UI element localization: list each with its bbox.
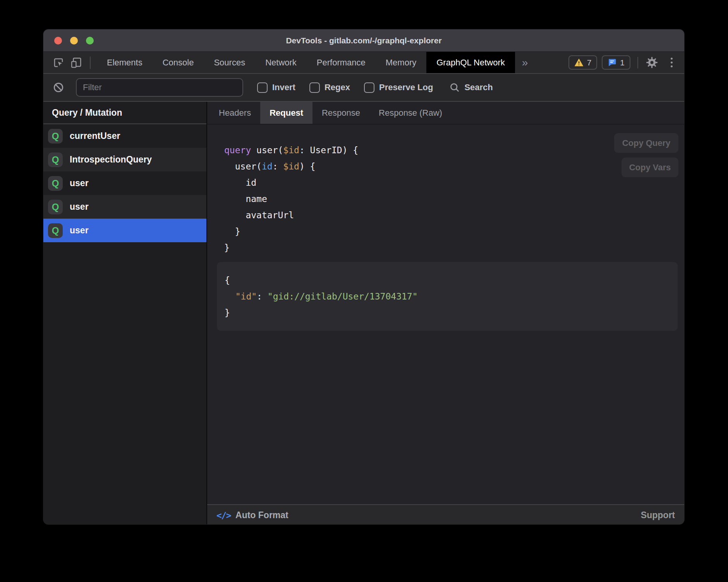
toolbar-right-group: 7 1	[568, 52, 684, 73]
zoom-window-button[interactable]	[86, 37, 94, 45]
query-list-item[interactable]: Q user	[43, 171, 206, 195]
filter-checkboxes: Invert Regex Preserve Log	[243, 82, 433, 93]
query-list-item[interactable]: Q user	[43, 195, 206, 219]
toolbar-separator	[90, 56, 91, 69]
query-name: IntrospectionQuery	[70, 154, 152, 165]
detail-tab[interactable]: Response	[312, 102, 369, 124]
query-list-item[interactable]: Q currentUser	[43, 124, 206, 148]
filter-checkbox[interactable]: Preserve Log	[364, 82, 433, 93]
request-detail-panel: HeadersRequestResponseResponse (Raw) × q…	[207, 102, 684, 524]
query-type-badge: Q	[48, 129, 63, 144]
detail-tab-bar: HeadersRequestResponseResponse (Raw)	[207, 102, 684, 125]
messages-icon	[608, 58, 616, 67]
request-tab-content: query user($id: UserID) { user(id: $id) …	[207, 125, 684, 504]
detail-tab[interactable]: Headers	[209, 102, 260, 124]
query-list: Q currentUser Q IntrospectionQuery Q use…	[43, 124, 206, 242]
auto-format-label: Auto Format	[235, 510, 288, 520]
more-tabs-icon[interactable]: »	[515, 52, 535, 73]
detail-tab[interactable]: Request	[260, 102, 312, 124]
query-name: currentUser	[70, 131, 120, 141]
devtools-window: DevTools - gitlab.com/-/graphql-explorer…	[43, 29, 684, 524]
device-toolbar-icon[interactable]	[70, 52, 83, 73]
filter-checkbox[interactable]: Regex	[309, 82, 350, 93]
filter-input[interactable]	[76, 78, 243, 97]
toolbar-tab[interactable]: Console	[153, 52, 204, 73]
toolbar-tab[interactable]: Performance	[307, 52, 376, 73]
toolbar-tab[interactable]: Sources	[204, 52, 255, 73]
block-icon[interactable]	[52, 82, 65, 93]
close-window-button[interactable]	[54, 37, 62, 45]
warning-icon	[574, 58, 584, 67]
checkbox-label: Regex	[325, 82, 350, 92]
panel-tab-bar: ElementsConsoleSourcesNetworkPerformance…	[97, 52, 515, 73]
traffic-lights	[54, 29, 94, 51]
devtools-toolbar: ElementsConsoleSourcesNetworkPerformance…	[43, 52, 684, 74]
warning-count: 7	[587, 58, 592, 67]
inspect-element-icon[interactable]	[52, 52, 65, 73]
checkbox-box[interactable]	[257, 82, 268, 93]
console-warnings-badge[interactable]: 7	[568, 55, 598, 70]
search-label: Search	[464, 82, 493, 92]
query-list-item[interactable]: Q user	[43, 219, 206, 242]
query-type-badge: Q	[48, 152, 63, 167]
console-messages-badge[interactable]: 1	[602, 55, 630, 70]
query-variables-code: { "id": "gid://gitlab/User/13704317"}	[225, 272, 678, 321]
window-titlebar[interactable]: DevTools - gitlab.com/-/graphql-explorer	[43, 29, 684, 52]
checkbox-box[interactable]	[364, 82, 374, 93]
query-name: user	[70, 178, 89, 188]
checkbox-box[interactable]	[309, 82, 320, 93]
minimize-window-button[interactable]	[70, 37, 78, 45]
query-type-badge: Q	[48, 223, 63, 238]
query-name: user	[70, 202, 89, 212]
support-link[interactable]: Support	[639, 510, 677, 521]
copy-vars-button[interactable]: Copy Vars	[622, 157, 678, 177]
menu-icon[interactable]	[668, 58, 676, 67]
window-title: DevTools - gitlab.com/-/graphql-explorer	[286, 36, 441, 45]
sidebar-header: Query / Mutation	[43, 102, 206, 124]
checkbox-label: Preserve Log	[379, 82, 433, 92]
settings-icon[interactable]	[645, 56, 658, 68]
search-icon	[449, 82, 460, 93]
query-type-badge: Q	[48, 200, 63, 214]
search-toggle[interactable]: Search	[449, 82, 493, 93]
checkbox-label: Invert	[272, 82, 295, 92]
filter-checkbox[interactable]: Invert	[257, 82, 295, 93]
toolbar-tab[interactable]: Memory	[376, 52, 426, 73]
query-name: user	[70, 225, 89, 236]
copy-query-button[interactable]: Copy Query	[614, 133, 678, 153]
query-sidebar: Query / Mutation Q currentUser Q Introsp…	[43, 102, 207, 524]
toolbar-tab[interactable]: GraphQL Network	[426, 52, 515, 73]
code-brackets-icon: </>	[216, 510, 231, 520]
toolbar-tab[interactable]: Elements	[97, 52, 153, 73]
query-variables-panel: { "id": "gid://gitlab/User/13704317"}	[217, 262, 678, 331]
auto-format-button[interactable]: </> Auto Format	[214, 510, 291, 521]
network-filter-bar: Invert Regex Preserve Log Search	[43, 74, 684, 102]
main-area: Query / Mutation Q currentUser Q Introsp…	[43, 102, 684, 524]
query-list-item[interactable]: Q IntrospectionQuery	[43, 148, 206, 171]
query-type-badge: Q	[48, 176, 63, 191]
detail-footer: </> Auto Format Support	[207, 504, 684, 524]
messages-count: 1	[620, 58, 625, 67]
graphql-query-code: query user($id: UserID) { user(id: $id) …	[224, 142, 684, 256]
toolbar-tab[interactable]: Network	[255, 52, 307, 73]
detail-tab[interactable]: Response (Raw)	[369, 102, 452, 124]
toolbar-separator	[637, 57, 638, 68]
